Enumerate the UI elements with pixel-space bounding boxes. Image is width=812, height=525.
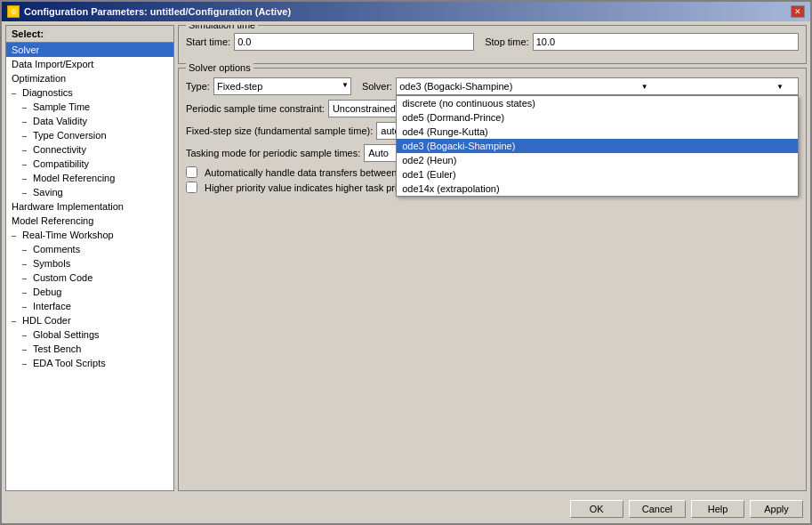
sidebar-item-eda-tool-scripts[interactable]: –EDA Tool Scripts	[6, 356, 173, 370]
main-content: Select: SolverData Import/ExportOptimiza…	[2, 21, 810, 495]
window-icon: ⚙	[7, 5, 20, 18]
bullet-icon: –	[22, 246, 33, 254]
bullet-icon: –	[22, 359, 33, 368]
sidebar-item-comments[interactable]: –Comments	[6, 242, 173, 256]
sidebar-item-data-import[interactable]: Data Import/Export	[6, 57, 173, 71]
right-panel: Simulation time Start time: Stop time: S…	[178, 25, 807, 491]
bullet-icon: –	[22, 189, 33, 198]
sidebar-item-type-conversion[interactable]: –Type Conversion	[6, 128, 173, 142]
solver-dropdown: ode3 (Bogacki-Shampine) ▼ discrete (no c…	[396, 77, 799, 95]
cancel-button[interactable]: Cancel	[629, 500, 686, 518]
title-bar: ⚙ Configuration Parameters: untitled/Con…	[2, 2, 810, 21]
start-time-label: Start time:	[186, 36, 230, 47]
solver-options-title: Solver options	[186, 62, 253, 73]
ok-button[interactable]: OK	[570, 500, 623, 518]
start-time-input[interactable]	[234, 33, 474, 51]
sidebar-item-custom-code[interactable]: –Custom Code	[6, 271, 173, 285]
solver-option[interactable]: ode3 (Bogacki-Shampine)	[397, 139, 798, 153]
sidebar-item-model-referencing[interactable]: –Model Referencing	[6, 171, 173, 185]
sidebar-item-test-bench[interactable]: –Test Bench	[6, 342, 173, 356]
simulation-time-row: Start time: Stop time:	[186, 33, 799, 51]
solver-label: Solver:	[362, 81, 392, 92]
solver-option[interactable]: ode14x (extrapolation)	[397, 182, 798, 196]
bullet-icon: –	[22, 146, 33, 155]
type-label: Type:	[186, 81, 210, 92]
bullet-icon: –	[22, 303, 33, 311]
bullet-icon: –	[22, 103, 33, 112]
stop-time-label: Stop time:	[485, 36, 529, 47]
solver-option[interactable]: ode2 (Heun)	[397, 153, 798, 167]
step-size-label: Fixed-step size (fundamental sample time…	[186, 125, 373, 136]
sidebar-item-global-settings[interactable]: –Global Settings	[6, 327, 173, 342]
collapse-icon: –	[12, 231, 22, 240]
simulation-time-group: Simulation time Start time: Stop time:	[178, 25, 807, 64]
title-bar-left: ⚙ Configuration Parameters: untitled/Con…	[7, 5, 291, 18]
sidebar-item-interface[interactable]: –Interface	[6, 299, 173, 313]
simulation-time-title: Simulation time	[186, 25, 258, 30]
checkbox2-label: Higher priority value indicates higher t…	[205, 182, 415, 193]
solver-option[interactable]: ode1 (Euler)	[397, 167, 798, 182]
solver-option[interactable]: ode5 (Dormand-Prince)	[397, 110, 798, 125]
checkbox2[interactable]	[186, 182, 197, 193]
solver-option[interactable]: discrete (no continuous states)	[397, 96, 798, 110]
bullet-icon: –	[22, 260, 33, 269]
bullet-icon: –	[22, 288, 33, 297]
sidebar-item-sample-time[interactable]: –Sample Time	[6, 100, 173, 114]
main-window: ⚙ Configuration Parameters: untitled/Con…	[0, 0, 812, 525]
collapse-icon: –	[12, 89, 22, 98]
bullet-icon: –	[22, 174, 33, 183]
sidebar-item-hardware-impl[interactable]: Hardware Implementation	[6, 199, 173, 214]
sidebar: Select: SolverData Import/ExportOptimiza…	[5, 25, 174, 491]
sidebar-item-realtime-workshop[interactable]: –Real-Time Workshop	[6, 228, 173, 242]
solver-current-value: ode3 (Bogacki-Shampine)	[399, 81, 512, 92]
sidebar-item-saving[interactable]: –Saving	[6, 185, 173, 199]
sidebar-header: Select:	[6, 26, 173, 43]
stop-time-input[interactable]	[533, 33, 799, 51]
window-title: Configuration Parameters: untitled/Confi…	[24, 6, 291, 17]
type-select[interactable]: Fixed-step Variable-step	[213, 77, 351, 95]
sidebar-item-optimization[interactable]: Optimization	[6, 71, 173, 85]
sidebar-item-model-ref[interactable]: Model Referencing	[6, 214, 173, 228]
sidebar-item-data-validity[interactable]: –Data Validity	[6, 114, 173, 128]
sidebar-item-solver[interactable]: Solver	[6, 43, 173, 57]
solver-dropdown-button[interactable]: ode3 (Bogacki-Shampine) ▼	[396, 77, 799, 95]
bullet-icon: –	[22, 160, 33, 169]
type-select-wrapper: Fixed-step Variable-step	[213, 77, 351, 95]
apply-button[interactable]: Apply	[750, 500, 803, 518]
bullet-icon: –	[22, 274, 33, 283]
bottom-bar: OK Cancel Help Apply	[2, 495, 810, 523]
sidebar-item-diagnostics[interactable]: –Diagnostics	[6, 85, 173, 100]
sidebar-item-connectivity[interactable]: –Connectivity	[6, 142, 173, 157]
periodic-value-text: Unconstrained	[333, 103, 396, 114]
close-button[interactable]: ✕	[791, 5, 805, 18]
bullet-icon: –	[22, 331, 33, 340]
checkbox1-label: Automatically handle data transfers betw…	[205, 167, 422, 178]
type-solver-row: Type: Fixed-step Variable-step Solver: o…	[186, 77, 799, 95]
sidebar-item-compatibility[interactable]: –Compatibility	[6, 157, 173, 171]
solver-dropdown-list: discrete (no continuous states)ode5 (Dor…	[396, 95, 799, 197]
checkbox1[interactable]	[186, 166, 197, 178]
sidebar-item-debug[interactable]: –Debug	[6, 285, 173, 299]
tasking-label: Tasking mode for periodic sample times:	[186, 148, 360, 158]
bullet-icon: –	[22, 117, 33, 126]
collapse-icon: –	[12, 317, 22, 326]
help-button[interactable]: Help	[691, 500, 744, 518]
solver-option[interactable]: ode4 (Runge-Kutta)	[397, 125, 798, 139]
solver-options-group: Solver options Type: Fixed-step Variable…	[178, 68, 807, 491]
periodic-label: Periodic sample time constraint:	[186, 103, 325, 114]
sidebar-item-symbols[interactable]: –Symbols	[6, 256, 173, 271]
bullet-icon: –	[22, 132, 33, 141]
bullet-icon: –	[22, 345, 33, 354]
sidebar-item-hdl-coder[interactable]: –HDL Coder	[6, 313, 173, 327]
